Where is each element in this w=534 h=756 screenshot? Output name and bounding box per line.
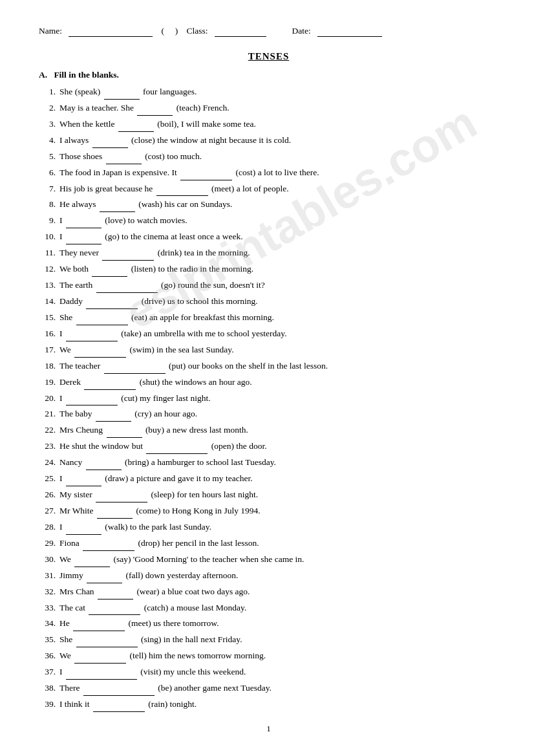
- exercise-list: 1.She (speak) four languages.2.May is a …: [39, 85, 498, 712]
- sentence: We (say) 'Good Morning' to the teacher w…: [59, 553, 498, 567]
- answer-blank[interactable]: [92, 134, 128, 148]
- item-number: 8.: [39, 198, 59, 211]
- answer-blank[interactable]: [92, 263, 127, 277]
- sentence: I always (close) the window at night bec…: [59, 134, 498, 148]
- sentence: Daddy (drive) us to school this morning.: [59, 295, 498, 309]
- answer-blank[interactable]: [137, 102, 173, 116]
- answer-blank[interactable]: [86, 456, 122, 470]
- item-number: 3.: [39, 118, 59, 131]
- item-number: 6.: [39, 166, 59, 180]
- item-number: 7.: [39, 182, 59, 196]
- list-item: 29.Fiona (drop) her pencil in the last l…: [39, 537, 498, 551]
- item-number: 25.: [39, 472, 59, 486]
- sentence: There (be) another game next Tuesday.: [59, 682, 498, 696]
- answer-blank[interactable]: [156, 182, 208, 197]
- answer-blank[interactable]: [76, 311, 128, 325]
- answer-blank[interactable]: [180, 166, 232, 180]
- list-item: 39.I think it (rain) tonight.: [39, 698, 498, 712]
- answer-blank[interactable]: [74, 649, 126, 664]
- answer-blank[interactable]: [66, 521, 101, 535]
- sentence: My sister (sleep) for ten hours last nig…: [59, 488, 498, 502]
- item-number: 37.: [39, 665, 59, 679]
- item-number: 15.: [39, 311, 59, 325]
- answer-blank[interactable]: [96, 407, 131, 422]
- answer-blank[interactable]: [93, 698, 145, 712]
- answer-blank[interactable]: [104, 85, 140, 100]
- list-item: 36.We (tell) him the news tomorrow morni…: [39, 649, 498, 664]
- answer-blank[interactable]: [96, 279, 158, 293]
- item-number: 27.: [39, 504, 59, 518]
- item-number: 19.: [39, 376, 59, 389]
- item-number: 2.: [39, 102, 59, 115]
- sentence: I (take) an umbrella with me to school y…: [59, 327, 498, 341]
- sentence: His job is great because he (meet) a lot…: [59, 182, 498, 197]
- list-item: 13.The earth (go) round the sun, doesn't…: [39, 279, 498, 293]
- item-number: 14.: [39, 295, 59, 308]
- list-item: 10.I (go) to the cinema at least once a …: [39, 230, 498, 244]
- name-field[interactable]: [69, 26, 153, 37]
- sentence: Mrs Cheung (buy) a new dress last month.: [59, 424, 498, 438]
- sentence: Derek (shut) the windows an hour ago.: [59, 376, 498, 390]
- answer-blank[interactable]: [74, 553, 110, 567]
- item-number: 1.: [39, 85, 59, 99]
- section-a-header: A. Fill in the blanks.: [39, 70, 498, 80]
- item-number: 12.: [39, 263, 59, 276]
- answer-blank[interactable]: [96, 488, 147, 502]
- item-number: 21.: [39, 407, 59, 421]
- answer-blank[interactable]: [66, 230, 101, 244]
- item-number: 33.: [39, 601, 59, 615]
- answer-blank[interactable]: [66, 327, 118, 341]
- page-title: TENSES: [39, 51, 498, 62]
- item-number: 16.: [39, 327, 59, 341]
- item-number: 22.: [39, 424, 59, 437]
- answer-blank[interactable]: [66, 472, 101, 486]
- answer-blank[interactable]: [104, 360, 166, 374]
- answer-blank[interactable]: [97, 504, 133, 519]
- item-number: 5.: [39, 150, 59, 164]
- item-number: 9.: [39, 214, 59, 228]
- item-number: 35.: [39, 633, 59, 647]
- answer-blank[interactable]: [102, 246, 154, 261]
- answer-blank[interactable]: [100, 198, 135, 212]
- answer-blank[interactable]: [86, 295, 138, 309]
- item-number: 18.: [39, 360, 59, 373]
- class-field[interactable]: [215, 26, 266, 37]
- section-instruction: Fill in the blanks.: [54, 70, 119, 80]
- item-number: 29.: [39, 537, 59, 550]
- name-label: Name:: [39, 26, 62, 36]
- answer-blank[interactable]: [76, 633, 138, 647]
- list-item: 34.He (meet) us there tomorrow.: [39, 617, 498, 631]
- answer-blank[interactable]: [83, 682, 155, 696]
- answer-blank[interactable]: [87, 569, 122, 583]
- answer-blank[interactable]: [89, 601, 140, 616]
- sentence: They never (drink) tea in the morning.: [59, 246, 498, 261]
- list-item: 15.She (eat) an apple for breakfast this…: [39, 311, 498, 325]
- answer-blank[interactable]: [84, 376, 136, 390]
- list-item: 4.I always (close) the window at night b…: [39, 134, 498, 148]
- answer-blank[interactable]: [74, 343, 126, 358]
- date-label: Date:: [292, 26, 311, 36]
- item-number: 4.: [39, 134, 59, 147]
- answer-blank[interactable]: [107, 424, 142, 438]
- list-item: 33.The cat (catch) a mouse last Monday.: [39, 601, 498, 616]
- answer-blank[interactable]: [106, 150, 142, 164]
- list-item: 27.Mr White (come) to Hong Kong in July …: [39, 504, 498, 519]
- answer-blank[interactable]: [118, 118, 154, 132]
- date-field[interactable]: [317, 26, 382, 37]
- answer-blank[interactable]: [98, 585, 133, 599]
- sentence: She (sing) in the hall next Friday.: [59, 633, 498, 647]
- answer-blank[interactable]: [146, 440, 208, 454]
- item-number: 20.: [39, 392, 59, 405]
- answer-blank[interactable]: [73, 617, 125, 631]
- answer-blank[interactable]: [66, 214, 101, 228]
- sentence: Those shoes (cost) too much.: [59, 150, 498, 164]
- sentence: We (tell) him the news tomorrow morning.: [59, 649, 498, 664]
- list-item: 1.She (speak) four languages.: [39, 85, 498, 100]
- list-item: 19.Derek (shut) the windows an hour ago.: [39, 376, 498, 390]
- answer-blank[interactable]: [66, 665, 137, 680]
- sentence: I (cut) my finger last night.: [59, 392, 498, 406]
- sentence: He (meet) us there tomorrow.: [59, 617, 498, 631]
- answer-blank[interactable]: [66, 392, 118, 406]
- answer-blank[interactable]: [83, 537, 134, 551]
- sentence: The earth (go) round the sun, doesn't it…: [59, 279, 498, 293]
